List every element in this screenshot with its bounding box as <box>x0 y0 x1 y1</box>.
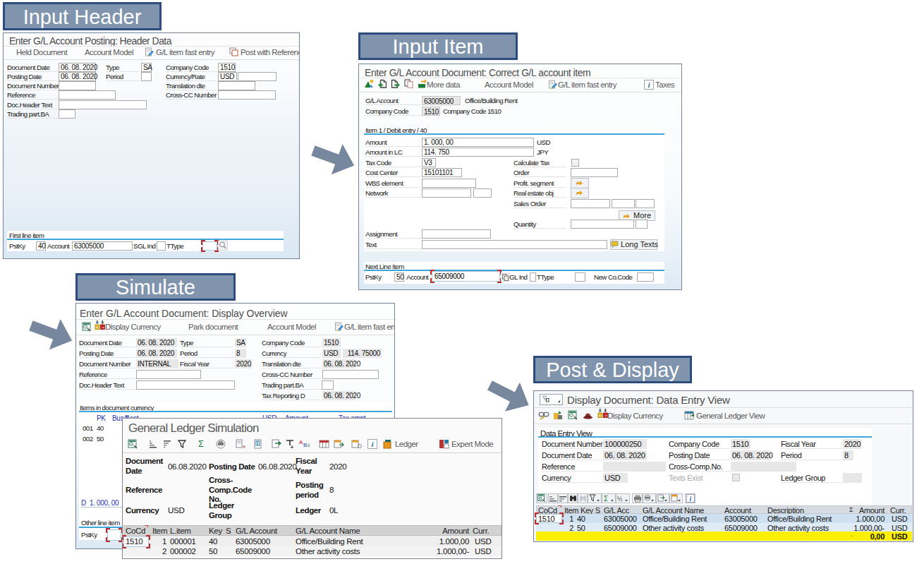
svg-text:i: i <box>689 495 691 503</box>
svg-text:½: ½ <box>617 496 623 503</box>
svg-text:x: x <box>243 443 245 450</box>
svg-text:Σ: Σ <box>604 495 608 503</box>
svg-text:B: B <box>303 442 307 448</box>
svg-text:Σ: Σ <box>198 438 204 449</box>
svg-text:c: c <box>308 443 310 448</box>
